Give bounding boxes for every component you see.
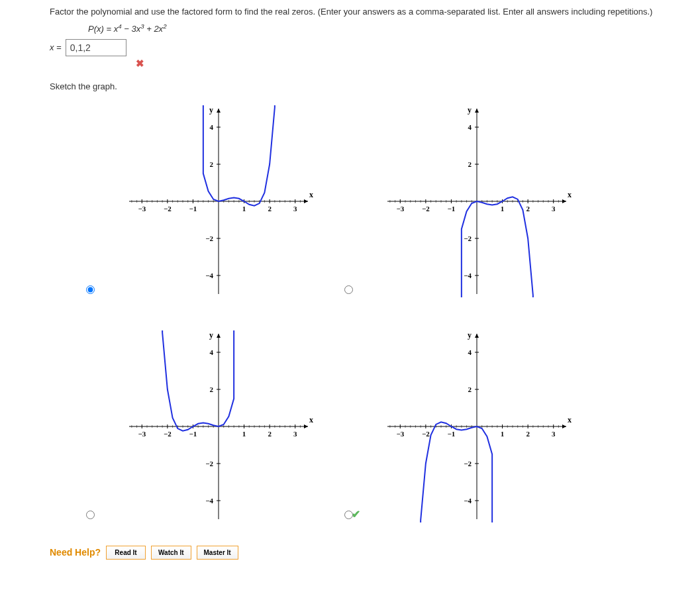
svg-text:2: 2 (210, 385, 214, 393)
svg-text:−4: −4 (464, 272, 472, 279)
watch-it-button[interactable]: Watch It (151, 546, 191, 560)
svg-text:−4: −4 (205, 272, 213, 279)
svg-text:2: 2 (268, 205, 272, 213)
svg-text:−2: −2 (464, 460, 472, 468)
svg-marker-108 (304, 424, 308, 428)
graph-radio-1[interactable] (344, 285, 353, 294)
master-it-button[interactable]: Master It (197, 546, 238, 560)
svg-text:2: 2 (468, 385, 472, 393)
graph-option-2: −3−2−112342−2−4xy (83, 321, 341, 539)
svg-text:1: 1 (242, 205, 246, 213)
polynomial-equation: P(x) = x4 − 3x3 + 2x2 (88, 23, 700, 34)
svg-text:−2: −2 (464, 234, 472, 242)
graph-options-grid: −3−2−112342−2−4xy−3−2−112342−2−4xy−3−2−1… (83, 95, 700, 539)
svg-marker-109 (217, 334, 221, 338)
sketch-label: Sketch the graph. (50, 81, 700, 91)
svg-marker-55 (562, 199, 566, 203)
svg-text:3: 3 (293, 430, 297, 438)
svg-text:−4: −4 (464, 497, 472, 505)
question-text: Factor the polynomial and use the factor… (50, 5, 700, 19)
svg-text:−2: −2 (422, 430, 430, 438)
need-help-label: Need Help? (50, 547, 101, 558)
graph-option-3: ✔−3−2−112342−2−4xy (341, 321, 599, 539)
graph-plot: −3−2−112342−2−4xy (361, 321, 579, 532)
graph-radio-2[interactable] (86, 511, 95, 519)
svg-text:4: 4 (210, 348, 214, 356)
svg-text:x: x (309, 415, 313, 424)
svg-text:3: 3 (552, 430, 556, 438)
svg-text:x: x (568, 415, 572, 424)
svg-text:−1: −1 (189, 205, 197, 213)
svg-text:−3: −3 (396, 205, 404, 213)
svg-text:2: 2 (268, 430, 272, 438)
svg-marker-3 (217, 109, 221, 113)
svg-text:−1: −1 (189, 430, 197, 438)
svg-text:2: 2 (468, 160, 472, 168)
graph-radio-0[interactable] (86, 285, 95, 294)
svg-text:2: 2 (210, 160, 214, 168)
svg-marker-162 (475, 334, 479, 338)
svg-text:4: 4 (468, 348, 472, 356)
svg-text:−1: −1 (448, 430, 456, 438)
svg-text:−2: −2 (164, 205, 172, 213)
svg-text:−1: −1 (448, 205, 456, 213)
svg-text:2: 2 (526, 430, 530, 438)
svg-text:y: y (209, 330, 213, 340)
zeros-input[interactable] (66, 39, 126, 56)
svg-text:1: 1 (501, 430, 505, 438)
svg-text:2: 2 (526, 205, 530, 213)
svg-text:−3: −3 (396, 430, 404, 438)
svg-text:−4: −4 (205, 497, 213, 505)
svg-text:−2: −2 (164, 430, 172, 438)
svg-text:x: x (568, 190, 572, 199)
svg-text:y: y (209, 105, 213, 115)
svg-marker-56 (475, 109, 479, 113)
correct-mark-icon: ✔ (352, 508, 360, 520)
svg-marker-161 (562, 424, 566, 428)
svg-text:1: 1 (501, 205, 505, 213)
svg-text:y: y (468, 105, 472, 115)
svg-text:3: 3 (552, 205, 556, 213)
graph-plot: −3−2−112342−2−4xy (361, 95, 579, 307)
wrong-mark-icon: ✖ (136, 58, 700, 70)
svg-text:1: 1 (242, 430, 246, 438)
answer-prefix: x = (50, 42, 62, 52)
svg-text:−2: −2 (205, 460, 213, 468)
svg-text:4: 4 (210, 123, 214, 131)
svg-text:3: 3 (293, 205, 297, 213)
svg-text:−3: −3 (138, 205, 146, 213)
graph-option-0: −3−2−112342−2−4xy (83, 95, 341, 314)
graph-plot: −3−2−112342−2−4xy (103, 321, 321, 532)
svg-text:x: x (309, 190, 313, 199)
read-it-button[interactable]: Read It (106, 546, 146, 560)
svg-text:−3: −3 (138, 430, 146, 438)
svg-text:y: y (468, 330, 472, 340)
svg-marker-2 (304, 199, 308, 203)
svg-text:−2: −2 (205, 234, 213, 242)
svg-text:−2: −2 (422, 205, 430, 213)
graph-option-1: −3−2−112342−2−4xy (341, 95, 599, 314)
graph-plot: −3−2−112342−2−4xy (103, 95, 321, 307)
svg-text:4: 4 (468, 123, 472, 131)
